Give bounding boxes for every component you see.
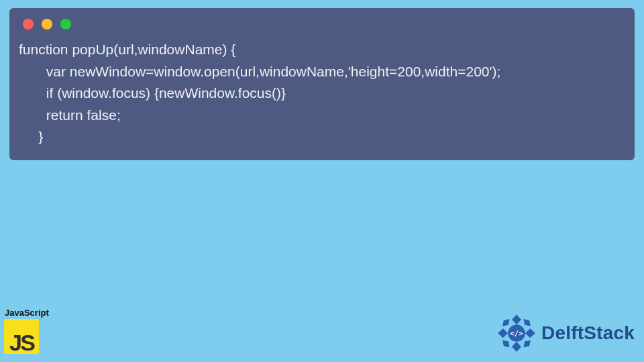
maximize-icon	[60, 19, 71, 29]
svg-marker-2	[498, 328, 508, 338]
svg-marker-5	[524, 319, 531, 326]
code-line: var newWindow=window.open(url,windowName…	[19, 64, 500, 79]
javascript-logo-icon: J S	[4, 319, 39, 354]
delftstack-logo-icon: </>	[497, 314, 536, 353]
svg-marker-0	[512, 314, 521, 324]
code-block: function popUp(url,windowName) { var new…	[9, 8, 635, 160]
logo-letter-s: S	[20, 330, 36, 356]
language-badge: JavaScript J S	[4, 308, 49, 354]
brand-watermark: </> DelftStack	[497, 314, 635, 353]
svg-marker-4	[502, 319, 509, 326]
brand-name: DelftStack	[541, 322, 635, 344]
minimize-icon	[42, 19, 52, 29]
code-line: function popUp(url,windowName) {	[19, 42, 235, 57]
svg-text:</>: </>	[511, 329, 523, 337]
svg-marker-1	[512, 342, 521, 352]
code-line: }	[19, 129, 43, 144]
code-content: function popUp(url,windowName) { var new…	[9, 36, 635, 148]
code-line: if (window.focus) {newWindow.focus()}	[19, 85, 286, 101]
svg-marker-7	[524, 340, 531, 347]
language-label: JavaScript	[5, 308, 49, 318]
svg-marker-3	[525, 328, 535, 338]
window-controls	[9, 8, 635, 36]
svg-marker-6	[502, 340, 509, 347]
code-line: return false;	[19, 107, 121, 123]
close-icon	[23, 19, 34, 29]
